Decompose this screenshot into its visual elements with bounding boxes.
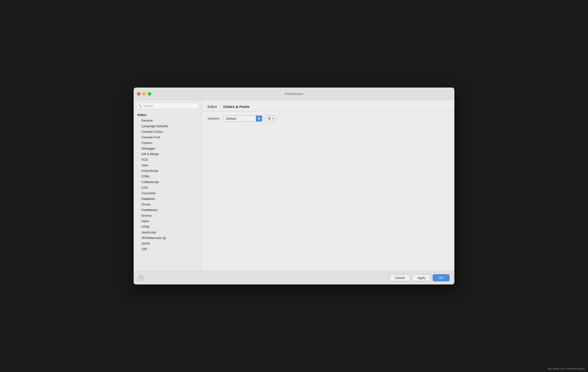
close-button[interactable] <box>137 92 140 96</box>
sidebar-item-cfml[interactable]: CFML <box>134 174 201 179</box>
sidebar-item-console-colors[interactable]: Console Colors <box>134 129 201 134</box>
sidebar-item-diff-merge[interactable]: Diff & Merge <box>134 151 201 157</box>
gear-button[interactable]: ⚙ ▼ <box>266 115 276 121</box>
gear-icon: ⚙ <box>268 116 271 120</box>
scheme-select-wrap: Default Darcula High Contrast <box>223 116 262 121</box>
sidebar-list: Editor General Language Defaults Console… <box>134 112 201 271</box>
window-title: Preferences <box>285 92 303 96</box>
cancel-button[interactable]: Cancel <box>390 274 410 281</box>
sidebar: 🔍 Editor General Language Defaults Conso… <box>134 100 202 271</box>
sidebar-item-coffeescript[interactable]: CoffeeScript <box>134 179 201 185</box>
footer: ? Cancel Apply OK <box>134 271 454 284</box>
gear-dropdown-arrow: ▼ <box>272 117 274 120</box>
titlebar: Preferences <box>134 88 454 100</box>
sidebar-item-jpa-hibernate[interactable]: JPA/Hibernate QL <box>134 235 201 241</box>
search-box: 🔍 <box>136 103 199 109</box>
sidebar-item-groovy[interactable]: Groovy <box>134 213 201 218</box>
footer-right: Cancel Apply OK <box>390 274 450 281</box>
maximize-button[interactable] <box>148 92 151 96</box>
sidebar-item-custom[interactable]: Custom <box>134 140 201 146</box>
sidebar-item-freemarker[interactable]: FreeMarker <box>134 207 201 213</box>
window-controls <box>137 92 151 96</box>
breadcrumb: Editor › Colors & Fonts <box>208 105 449 109</box>
breadcrumb-separator: › <box>220 105 220 109</box>
sidebar-item-json[interactable]: JSON <box>134 241 201 246</box>
sidebar-item-html[interactable]: HTML <box>134 224 201 230</box>
sidebar-item-jsp[interactable]: JSP <box>134 246 201 252</box>
sidebar-item-java[interactable]: Java <box>134 163 201 168</box>
footer-left: ? <box>138 275 144 281</box>
breadcrumb-parent: Editor <box>208 105 217 109</box>
search-input[interactable] <box>136 103 199 109</box>
content-header: Editor › Colors & Fonts <box>202 100 454 111</box>
sidebar-item-database[interactable]: Database <box>134 196 201 202</box>
sidebar-item-vcs[interactable]: VCS <box>134 157 201 163</box>
ok-button[interactable]: OK <box>433 274 450 281</box>
search-icon: 🔍 <box>138 104 142 108</box>
sidebar-item-css[interactable]: CSS <box>134 185 201 190</box>
sidebar-section-editor[interactable]: Editor <box>134 112 201 118</box>
scheme-label: Scheme: <box>208 117 220 120</box>
apply-button[interactable]: Apply <box>412 274 430 281</box>
sidebar-item-haml[interactable]: Haml <box>134 218 201 224</box>
sidebar-item-general[interactable]: General <box>134 118 201 123</box>
content-area: Editor › Colors & Fonts Scheme: Default … <box>202 100 454 271</box>
breadcrumb-current: Colors & Fonts <box>223 105 250 109</box>
sidebar-item-language-defaults[interactable]: Language Defaults <box>134 123 201 129</box>
sidebar-item-cucumber[interactable]: Cucumber <box>134 190 201 196</box>
sidebar-item-console-font[interactable]: Console Font <box>134 134 201 140</box>
preferences-window: Preferences 🔍 Editor General Language De… <box>134 88 454 284</box>
sidebar-item-debugger[interactable]: Debugger <box>134 146 201 151</box>
scheme-select[interactable]: Default Darcula High Contrast <box>223 116 262 121</box>
sidebar-item-actionscript[interactable]: ActionScript <box>134 168 201 174</box>
sidebar-item-javascript[interactable]: JavaScript <box>134 230 201 235</box>
bottom-url: http://blog.csdn.net/laiwenqiang <box>547 367 585 370</box>
sidebar-item-drools[interactable]: Drools <box>134 202 201 207</box>
help-button[interactable]: ? <box>138 275 144 281</box>
minimize-button[interactable] <box>142 92 146 96</box>
scheme-row: Scheme: Default Darcula High Contrast ⚙ … <box>202 111 454 125</box>
main-content: 🔍 Editor General Language Defaults Conso… <box>134 100 454 271</box>
